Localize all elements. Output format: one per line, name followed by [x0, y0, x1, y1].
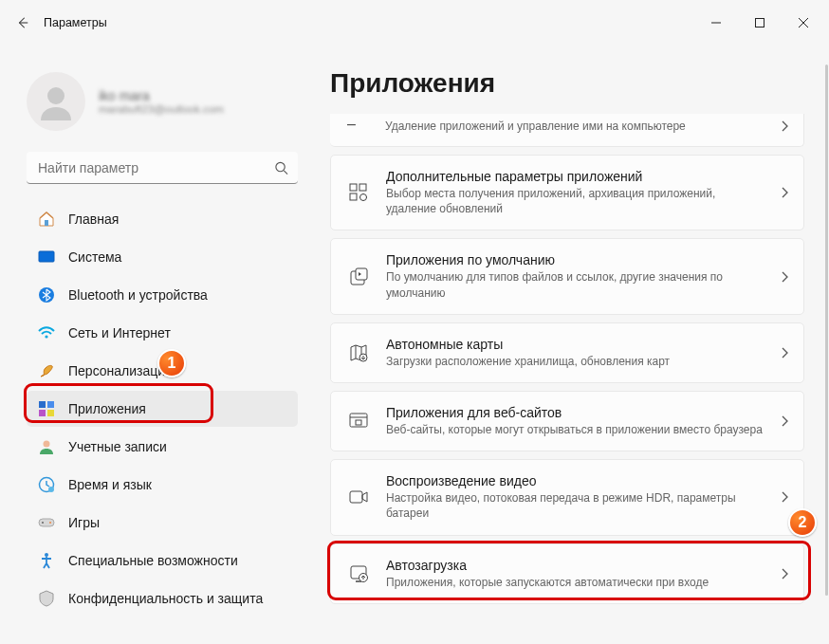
back-button[interactable] [4, 4, 42, 42]
card-startup[interactable]: Автозагрузка Приложения, которые запуска… [330, 543, 804, 604]
svg-rect-30 [356, 420, 361, 425]
svg-rect-6 [39, 251, 54, 262]
settings-window: Параметры iko mara marabuft23@outlook.co… [0, 0, 829, 644]
bluetooth-icon [38, 286, 55, 304]
card-installed-apps-partial[interactable]: – Удаление приложений и управление ими н… [330, 114, 804, 147]
svg-point-18 [42, 522, 44, 524]
chevron-right-icon [781, 347, 788, 359]
startup-icon [348, 563, 369, 584]
card-default-apps[interactable]: Приложения по умолчанию По умолчанию для… [330, 238, 804, 314]
window-app-icon [348, 411, 369, 432]
svg-point-24 [360, 194, 367, 201]
card-subtitle: Приложения, которые запускаются автомати… [386, 575, 764, 590]
nav-home[interactable]: Главная [27, 201, 298, 237]
search-box[interactable] [27, 152, 298, 184]
chevron-right-icon [781, 491, 788, 503]
card-subtitle: Веб-сайты, которые могут открываться в п… [386, 422, 764, 437]
svg-point-2 [47, 87, 64, 104]
svg-rect-1 [756, 19, 765, 28]
brush-icon [38, 362, 55, 379]
shield-icon [38, 590, 55, 607]
nav-apps[interactable]: Приложения [27, 391, 298, 427]
user-email: marabuft23@outlook.com [99, 103, 224, 115]
annotation-badge-2: 2 [788, 508, 817, 537]
chevron-right-icon [781, 187, 788, 198]
svg-line-4 [284, 171, 287, 175]
cards-scroll[interactable]: – Удаление приложений и управление ими н… [330, 114, 814, 644]
nav-privacy[interactable]: Конфиденциальность и защита [27, 580, 298, 616]
apps-icon [38, 400, 55, 417]
nav-label: Сеть и Интернет [68, 325, 171, 340]
svg-rect-22 [359, 184, 366, 191]
nav-label: Bluetooth и устройства [68, 287, 208, 303]
card-app-extras[interactable]: Дополнительные параметры приложений Выбо… [330, 155, 804, 230]
card-subtitle: Загрузки расположение хранилища, обновле… [386, 354, 764, 369]
sidebar: iko mara marabuft23@outlook.com Главная … [0, 46, 304, 644]
minimize-button[interactable] [694, 8, 738, 38]
gamepad-icon [38, 514, 55, 531]
nav-time[interactable]: Время и язык [27, 467, 298, 503]
svg-point-16 [48, 487, 54, 492]
card-title: Воспроизведение видео [386, 473, 764, 488]
svg-point-3 [276, 162, 285, 171]
nav-label: Главная [68, 212, 119, 227]
svg-point-9 [45, 335, 47, 338]
svg-rect-17 [39, 519, 54, 526]
nav-label: Специальные возможности [68, 553, 238, 568]
user-name: iko mara [99, 88, 224, 103]
svg-rect-12 [39, 410, 46, 416]
chevron-right-icon [781, 120, 788, 132]
svg-rect-13 [47, 410, 54, 416]
chevron-right-icon [781, 271, 788, 283]
search-input[interactable] [27, 152, 298, 184]
svg-point-14 [44, 441, 50, 448]
card-subtitle: Выбор места получения приложений, архива… [386, 186, 764, 216]
clock-icon [38, 476, 55, 493]
card-website-apps[interactable]: Приложения для веб-сайтов Веб-сайты, кот… [330, 391, 804, 451]
page-title: Приложения [330, 68, 814, 99]
wifi-icon [38, 324, 55, 341]
maximize-button[interactable] [738, 8, 782, 38]
search-icon [274, 161, 288, 175]
user-profile[interactable]: iko mara marabuft23@outlook.com [27, 46, 298, 146]
nav-accounts[interactable]: Учетные записи [27, 429, 298, 465]
chevron-right-icon [781, 568, 788, 580]
nav-label: Приложения [68, 401, 146, 416]
apps-gear-icon [348, 182, 369, 203]
default-apps-icon [348, 267, 369, 287]
main-content: Приложения – Удаление приложений и управ… [304, 46, 823, 644]
card-title: Приложения по умолчанию [386, 252, 764, 267]
card-video-playback[interactable]: Воспроизведение видео Настройка видео, п… [330, 459, 804, 535]
card-title: Приложения для веб-сайтов [386, 405, 764, 420]
accessibility-icon [38, 552, 55, 569]
nav-bluetooth[interactable]: Bluetooth и устройства [27, 277, 298, 313]
scrollbar[interactable] [825, 64, 828, 596]
home-icon [38, 211, 55, 228]
dash-icon: – [347, 116, 368, 137]
card-title: Дополнительные параметры приложений [386, 169, 764, 184]
system-icon [38, 248, 55, 266]
svg-point-20 [45, 553, 48, 557]
nav-games[interactable]: Игры [27, 505, 298, 541]
nav-list: Главная Система Bluetooth и устройства С… [27, 197, 298, 616]
svg-rect-23 [350, 193, 357, 200]
avatar [27, 72, 85, 131]
nav-label: Игры [68, 515, 100, 530]
nav-accessibility[interactable]: Специальные возможности [27, 543, 298, 579]
window-title: Параметры [44, 16, 107, 29]
titlebar: Параметры [0, 0, 829, 46]
close-button[interactable] [782, 8, 825, 38]
nav-network[interactable]: Сеть и Интернет [27, 315, 298, 351]
card-offline-maps[interactable]: Автономные карты Загрузки расположение х… [330, 322, 804, 383]
nav-label: Конфиденциальность и защита [68, 591, 263, 606]
card-title: Автономные карты [386, 337, 764, 352]
nav-system[interactable]: Система [27, 239, 298, 275]
nav-label: Время и язык [68, 477, 152, 492]
video-icon [348, 487, 369, 507]
annotation-badge-1: 1 [157, 349, 186, 377]
svg-rect-5 [45, 220, 48, 226]
nav-label: Система [68, 249, 121, 265]
chevron-right-icon [781, 415, 788, 427]
card-subtitle: Удаление приложений и управление ими на … [385, 120, 686, 133]
svg-rect-31 [350, 491, 362, 503]
